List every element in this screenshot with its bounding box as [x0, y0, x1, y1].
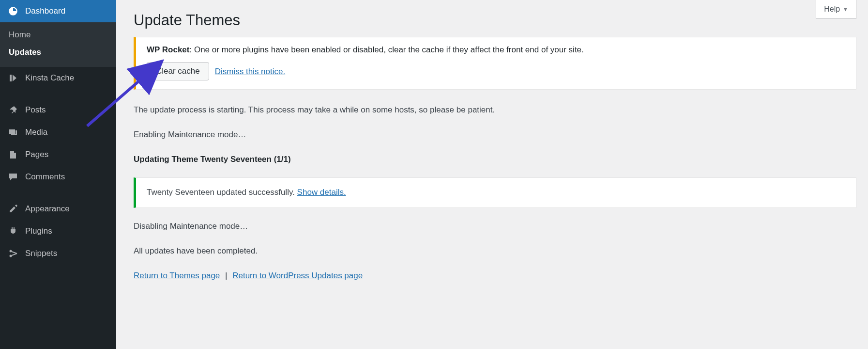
- admin-sidebar: Dashboard Home Updates Kinsta Cache Post…: [0, 0, 116, 349]
- process-starting: The update process is starting. This pro…: [134, 103, 856, 117]
- dismiss-notice-link[interactable]: Dismiss this notice.: [215, 65, 285, 78]
- success-text: Twenty Seventeen updated successfully.: [147, 188, 297, 197]
- updates-completed: All updates have been completed.: [134, 244, 856, 258]
- separator: |: [223, 271, 229, 280]
- sidebar-item-label: Kinsta Cache: [25, 73, 74, 83]
- sidebar-item-label: Snippets: [25, 249, 57, 258]
- success-notice: Twenty Seventeen updated successfully. S…: [134, 177, 856, 208]
- sidebar-item-label: Pages: [25, 150, 48, 159]
- sidebar-item-label: Comments: [25, 172, 65, 182]
- enabling-maintenance: Enabling Maintenance mode…: [134, 128, 856, 142]
- svg-point-0: [11, 131, 12, 132]
- help-label: Help: [824, 5, 840, 14]
- sidebar-item-label: Posts: [25, 105, 46, 115]
- sidebar-item-label: Appearance: [25, 204, 70, 214]
- clear-cache-button[interactable]: Clear cache: [147, 62, 209, 80]
- dashboard-submenu: Home Updates: [0, 22, 116, 67]
- notice-body: : One or more plugins have been enabled …: [190, 45, 584, 54]
- dashboard-icon: [8, 6, 18, 16]
- return-updates-link[interactable]: Return to WordPress Updates page: [232, 271, 363, 280]
- submenu-updates[interactable]: Updates: [0, 44, 116, 61]
- sidebar-item-media[interactable]: Media: [0, 121, 116, 143]
- updating-theme-heading: Updating Theme Twenty Seventeen (1/1): [134, 155, 291, 164]
- notice-strong: WP Rocket: [147, 45, 190, 54]
- show-details-link[interactable]: Show details.: [297, 188, 346, 197]
- comments-icon: [8, 172, 18, 182]
- sidebar-item-dashboard[interactable]: Dashboard: [0, 0, 116, 22]
- sidebar-item-label: Dashboard: [25, 6, 65, 16]
- return-themes-link[interactable]: Return to Themes page: [134, 271, 220, 280]
- disabling-maintenance: Disabling Maintenance mode…: [134, 220, 856, 234]
- scissors-icon: [8, 248, 18, 259]
- sidebar-item-appearance[interactable]: Appearance: [0, 198, 116, 220]
- sidebar-item-kinsta-cache[interactable]: Kinsta Cache: [0, 67, 116, 89]
- submenu-home[interactable]: Home: [0, 26, 116, 44]
- sidebar-item-comments[interactable]: Comments: [0, 166, 116, 188]
- notice-text: WP Rocket: One or more plugins have been…: [147, 43, 847, 56]
- main-content: Help ▼ Update Themes WP Rocket: One or m…: [116, 0, 868, 349]
- wp-rocket-notice: WP Rocket: One or more plugins have been…: [134, 37, 856, 90]
- sidebar-item-label: Media: [25, 127, 47, 137]
- sidebar-item-label: Plugins: [25, 226, 52, 236]
- media-icon: [8, 127, 18, 138]
- page-title: Update Themes: [134, 0, 856, 37]
- sidebar-item-pages[interactable]: Pages: [0, 143, 116, 166]
- sidebar-item-snippets[interactable]: Snippets: [0, 242, 116, 265]
- sidebar-item-posts[interactable]: Posts: [0, 99, 116, 121]
- update-log: The update process is starting. This pro…: [134, 103, 856, 283]
- kinsta-icon: [8, 73, 18, 83]
- appearance-icon: [8, 204, 18, 214]
- pin-icon: [8, 105, 18, 115]
- help-tab[interactable]: Help ▼: [816, 0, 856, 19]
- sidebar-item-plugins[interactable]: Plugins: [0, 220, 116, 242]
- chevron-down-icon: ▼: [843, 6, 848, 12]
- plugins-icon: [8, 226, 18, 237]
- pages-icon: [8, 149, 18, 160]
